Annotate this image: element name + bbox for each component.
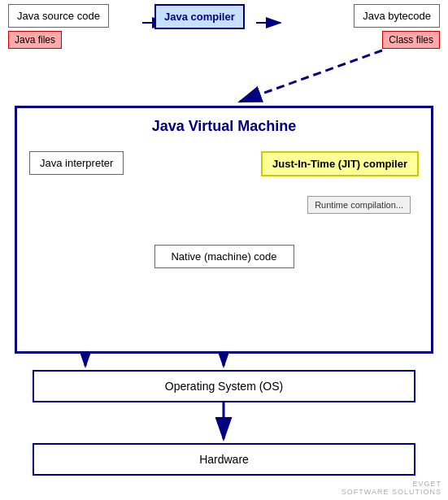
os-text: Operating System (OS) — [165, 380, 284, 393]
interpreter-text: Java interpreter — [40, 157, 113, 169]
runtime-box: Runtime compilation... — [307, 196, 411, 214]
diagram-container: Java source code Java files Java compile… — [0, 0, 448, 500]
os-box: Operating System (OS) — [33, 370, 415, 402]
native-text: Native (machine) code — [171, 250, 276, 263]
watermark: EVGET SOFTWARE SOLUTIONS — [341, 480, 441, 496]
jit-box: Just-In-Time (JIT) compiler — [261, 151, 419, 176]
source-label: Java source code — [8, 4, 109, 28]
class-files-text: Class files — [389, 34, 433, 46]
bytecode-box: Java bytecode — [354, 4, 440, 28]
jvm-inner: Java interpreter Just-In-Time (JIT) comp… — [17, 143, 431, 346]
runtime-text: Runtime compilation... — [315, 200, 403, 210]
jvm-title: Java Virtual Machine — [17, 118, 431, 135]
interpreter-box: Java interpreter — [29, 151, 124, 175]
compiler-box: Java compiler — [154, 4, 245, 29]
class-files-badge: Class files — [382, 31, 440, 49]
source-text: Java source code — [17, 10, 100, 22]
watermark-line2: SOFTWARE SOLUTIONS — [341, 488, 441, 496]
hardware-text: Hardware — [199, 453, 249, 466]
watermark-line1: EVGET — [341, 480, 441, 488]
compiler-text: Java compiler — [164, 11, 235, 23]
hardware-box: Hardware — [33, 443, 415, 476]
java-files-text: Java files — [15, 34, 55, 46]
native-box: Native (machine) code — [154, 245, 294, 268]
bytecode-text: Java bytecode — [363, 10, 431, 22]
jit-text: Just-In-Time (JIT) compiler — [272, 158, 407, 170]
svg-line-4 — [240, 50, 382, 102]
jvm-box: Java Virtual Machine Java interpreter Ju… — [15, 106, 433, 354]
java-files-badge: Java files — [8, 31, 62, 49]
